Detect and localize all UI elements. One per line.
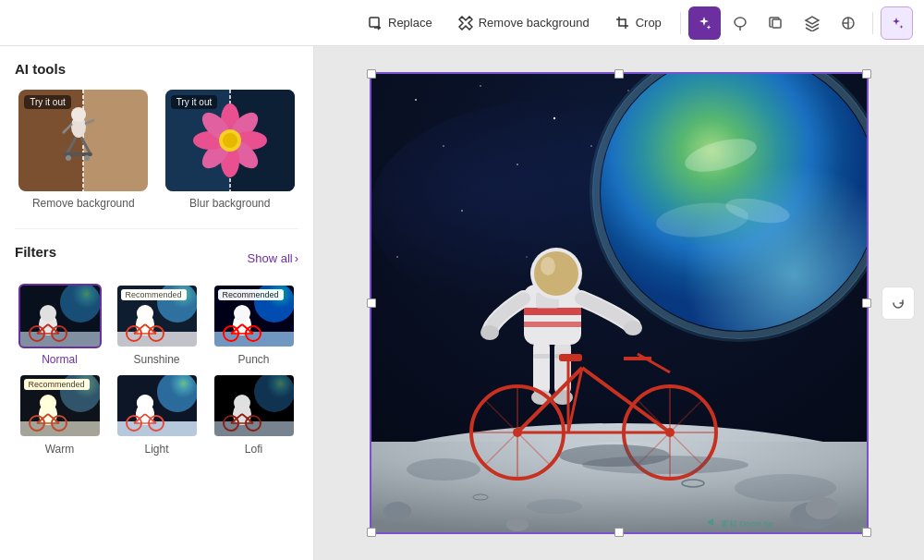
svg-point-15 (84, 155, 90, 161)
filter-label-lofi: Lofi (245, 443, 262, 456)
replace-label: Replace (388, 16, 432, 30)
svg-rect-159 (559, 354, 582, 361)
duplicate-button[interactable] (760, 6, 793, 40)
svg-point-163 (582, 456, 748, 474)
svg-point-64 (40, 395, 56, 411)
canvas-image-container: 素材 Doom.tw (370, 72, 869, 534)
svg-point-122 (806, 497, 839, 519)
remove-bg-label: Remove background (479, 16, 590, 30)
svg-point-102 (526, 256, 527, 257)
filter-scene-sunshine: Recommended (117, 286, 197, 347)
divider-2 (872, 12, 873, 34)
svg-point-93 (480, 85, 481, 87)
sparkle-icon (696, 15, 712, 31)
svg-point-44 (137, 305, 153, 322)
remove-bg-card[interactable]: Try it out (15, 90, 152, 210)
filter-scene-light (117, 375, 197, 436)
lasso-button[interactable] (724, 6, 757, 40)
canvas-image: 素材 Doom.tw (370, 72, 869, 534)
filter-thumb-lofi (213, 373, 296, 438)
svg-rect-129 (533, 354, 550, 359)
svg-point-138 (534, 251, 578, 296)
filter-label-sunshine: Sunshine (133, 353, 179, 366)
filter-thumb-normal (18, 284, 102, 348)
svg-point-95 (627, 90, 628, 91)
chevron-right-icon: › (295, 251, 298, 265)
crop-icon (615, 16, 630, 30)
blur-bg-label: Blur background (189, 197, 270, 210)
layers-icon (804, 15, 821, 31)
filter-scene-punch: Recommended (214, 286, 294, 347)
section-divider (15, 228, 298, 229)
svg-rect-134 (524, 308, 581, 315)
ai-tools-section: AI tools Try it out (15, 61, 298, 210)
svg-rect-2 (772, 19, 781, 28)
svg-rect-0 (370, 18, 379, 27)
crop-button[interactable]: Crop (604, 10, 673, 36)
filter-label-light: Light (144, 443, 168, 456)
svg-point-100 (461, 210, 463, 212)
normal-filter-svg (20, 286, 102, 348)
filter-card-sunshine[interactable]: Recommended (112, 284, 201, 366)
svg-point-1 (735, 18, 746, 27)
filter-card-normal[interactable]: Normal (15, 284, 104, 366)
remove-bg-button[interactable]: Remove background (447, 10, 601, 36)
filter-scene-normal (20, 286, 100, 347)
main-content: AI tools Try it out (0, 46, 924, 560)
more-options-button[interactable] (881, 6, 913, 40)
try-label-blur-bg: Try it out (171, 95, 218, 109)
svg-point-98 (517, 164, 518, 165)
divider-1 (680, 12, 681, 34)
svg-point-34 (40, 305, 56, 322)
duplicate-icon (768, 15, 784, 31)
toolbar: Replace Remove background Crop (0, 0, 924, 46)
svg-point-54 (234, 305, 250, 322)
show-all-label: Show all (248, 251, 293, 265)
svg-point-124 (506, 518, 529, 531)
filter-thumb-light (116, 373, 199, 438)
svg-point-118 (407, 458, 480, 481)
filter-thumb-punch: Recommended (213, 284, 296, 348)
reset-icon (891, 296, 906, 310)
filters-header: Filters Show all › (15, 244, 298, 273)
svg-point-99 (590, 145, 591, 146)
show-all-link[interactable]: Show all › (248, 251, 298, 265)
filter-card-warm[interactable]: Recommended (15, 373, 104, 456)
svg-point-97 (443, 145, 444, 147)
svg-rect-127 (533, 340, 550, 396)
svg-rect-135 (524, 322, 581, 327)
remove-bg-label: Remove background (32, 197, 135, 210)
svg-point-101 (396, 256, 398, 258)
lofi-filter-svg (214, 375, 296, 438)
recommended-badge-warm: Recommended (24, 379, 90, 390)
layers-button[interactable] (796, 6, 829, 40)
filter-card-lofi[interactable]: Lofi (209, 373, 298, 456)
canvas-area[interactable]: 素材 Doom.tw (314, 46, 924, 560)
svg-point-94 (553, 117, 555, 119)
filter-thumb-sunshine: Recommended (116, 284, 199, 348)
filter-thumb-warm: Recommended (18, 373, 102, 438)
adjust-button[interactable] (833, 6, 865, 40)
try-label-remove-bg: Try it out (24, 95, 71, 109)
filters-section: Filters Show all › (15, 244, 298, 456)
filter-card-punch[interactable]: Recommended (209, 284, 298, 366)
filter-label-warm: Warm (45, 443, 75, 456)
svg-point-120 (527, 499, 582, 514)
recommended-badge-punch: Recommended (218, 289, 284, 300)
adjust-icon (840, 15, 857, 31)
sparkle-options-icon (888, 15, 905, 31)
replace-button[interactable]: Replace (357, 10, 444, 36)
svg-point-92 (415, 99, 417, 101)
ai-enhance-button[interactable] (688, 6, 721, 40)
ai-tools-grid: Try it out (15, 90, 298, 210)
svg-point-74 (137, 395, 153, 411)
ai-tools-title: AI tools (15, 61, 298, 77)
reset-button[interactable] (881, 286, 915, 320)
blur-bg-card[interactable]: Try it out (162, 90, 299, 210)
svg-point-123 (383, 502, 411, 520)
svg-point-84 (234, 395, 250, 411)
svg-point-141 (480, 325, 499, 340)
filter-card-light[interactable]: Light (112, 373, 201, 456)
filter-label-punch: Punch (237, 353, 269, 366)
svg-point-139 (541, 257, 555, 275)
